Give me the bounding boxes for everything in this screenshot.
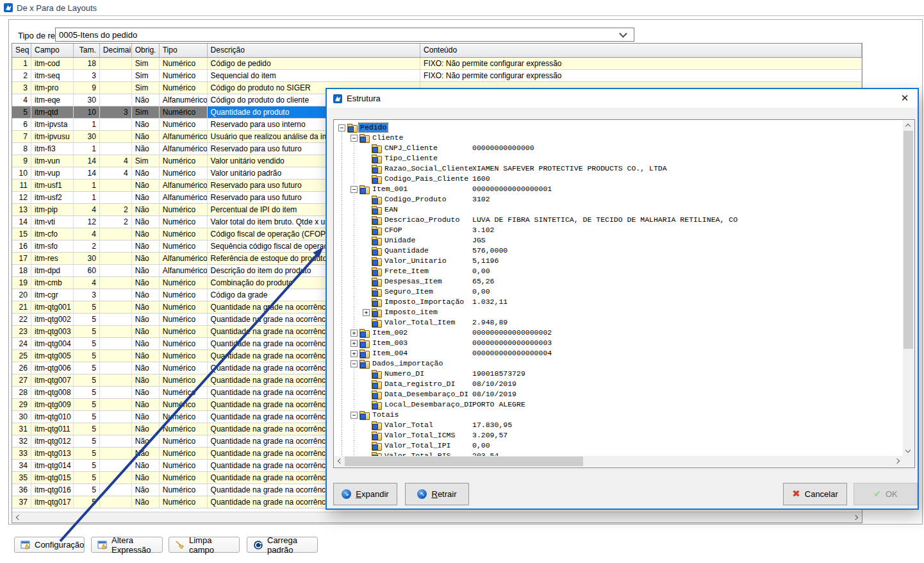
cell[interactable]: 27 <box>12 374 31 387</box>
cell[interactable]: Numérico <box>160 228 208 240</box>
tree-node-label[interactable]: Pedido <box>359 123 388 132</box>
limpa-campo-button[interactable]: Limpa campo <box>169 537 240 553</box>
cell[interactable]: 36 <box>12 484 31 496</box>
cell[interactable]: Numérico <box>160 119 208 131</box>
tree-node-label[interactable]: CFOP <box>383 226 404 235</box>
cell[interactable]: Sim <box>132 106 160 119</box>
cell[interactable]: Não <box>132 326 160 338</box>
tree-node-label[interactable]: Razao_Social_Cliente <box>383 164 474 173</box>
tree-node-label[interactable]: Frete_Item <box>383 267 430 276</box>
tree-node-numero_di[interactable]: Numero_DI190018573729 <box>334 369 903 379</box>
cell[interactable]: 37 <box>12 496 31 508</box>
cell[interactable]: itm-qtg011 <box>31 423 74 435</box>
cell[interactable]: 6 <box>12 119 31 131</box>
cell[interactable]: itm-pro <box>31 82 74 94</box>
cell[interactable] <box>100 338 132 350</box>
tree-node-data_desembaraço_di[interactable]: Data_Desembaraço_DI08/10/2019 <box>334 389 903 399</box>
cell[interactable]: Não <box>132 460 160 472</box>
cell[interactable]: itm-qtg012 <box>31 435 74 448</box>
cell[interactable]: 5 <box>74 326 100 338</box>
scroll-left-icon[interactable] <box>334 456 345 466</box>
cell[interactable]: 14 <box>74 155 100 167</box>
cell[interactable]: itm-qtg002 <box>31 314 74 326</box>
cell[interactable]: Numérico <box>160 472 208 484</box>
cell[interactable]: 2 <box>12 70 31 82</box>
cell[interactable]: 5 <box>74 496 100 508</box>
cell[interactable] <box>100 228 132 240</box>
cell[interactable]: Numérico <box>160 484 208 496</box>
tree-node-label[interactable]: Despesas_Item <box>383 277 443 286</box>
tree-node-label[interactable]: Codigo_Pais_Cliente <box>383 174 470 183</box>
cell[interactable]: Alfanumérico <box>160 265 208 277</box>
cell[interactable] <box>100 326 132 338</box>
cell[interactable]: 35 <box>12 472 31 484</box>
cell[interactable]: 5 <box>74 399 100 411</box>
cell[interactable]: itm-qtg013 <box>31 448 74 460</box>
cell[interactable]: Alfanumérico <box>160 143 208 155</box>
cell[interactable]: 24 <box>12 338 31 350</box>
cell[interactable]: Numérico <box>160 423 208 435</box>
tree-node-label[interactable]: Codigo_Produto <box>383 195 448 204</box>
cell[interactable]: itm-cod <box>31 58 74 70</box>
tree-node-label[interactable]: Cliente <box>371 133 404 142</box>
cell[interactable]: 1 <box>74 119 100 131</box>
cell[interactable]: 30 <box>74 253 100 265</box>
tree-node-label[interactable]: Unidade <box>383 236 417 245</box>
cell[interactable]: itm-qtg016 <box>31 484 74 496</box>
cell[interactable]: itm-qtg006 <box>31 362 74 374</box>
cell[interactable]: 5 <box>74 460 100 472</box>
cell[interactable]: itm-cfo <box>31 228 74 240</box>
cell[interactable]: Não <box>132 204 160 216</box>
expand-plus-icon[interactable] <box>351 330 358 337</box>
cell[interactable]: 5 <box>74 448 100 460</box>
tree-node-label[interactable]: Descricao_Produto <box>383 215 461 224</box>
altera-expressao-button[interactable]: Altera Expressão <box>91 537 163 553</box>
cell[interactable]: Numérico <box>160 448 208 460</box>
cell[interactable]: itm-usf2 <box>31 192 74 204</box>
cell[interactable]: Numérico <box>160 70 208 82</box>
cell[interactable]: 5 <box>74 350 100 362</box>
cell[interactable]: 3 <box>74 70 100 82</box>
cell[interactable]: itm-qtg001 <box>31 301 74 314</box>
cell[interactable]: itm-ipvsta <box>31 119 74 131</box>
cell[interactable] <box>100 374 132 387</box>
cell[interactable]: 33 <box>12 448 31 460</box>
cell[interactable] <box>100 472 132 484</box>
cell[interactable]: itm-vti <box>31 216 74 228</box>
cell[interactable]: 3 <box>12 82 31 94</box>
cell[interactable] <box>100 253 132 265</box>
cell[interactable]: Numérico <box>160 106 208 119</box>
tree-horizontal-scrollbar[interactable] <box>334 456 903 467</box>
tree-node-imposto_importação[interactable]: Imposto_Importação1.032,11 <box>334 297 903 307</box>
cell[interactable]: itm-sfo <box>31 240 74 253</box>
tree-node-label[interactable]: CNPJ_Cliente <box>383 144 439 153</box>
cell[interactable]: Numérico <box>160 374 208 387</box>
cell[interactable]: 5 <box>74 314 100 326</box>
cell[interactable]: Numérico <box>160 289 208 301</box>
cell[interactable]: 5 <box>74 472 100 484</box>
cell[interactable]: Alfanumérico <box>160 192 208 204</box>
table-row[interactable]: 1itm-cod18SimNuméricoCódigo de pedidoFIX… <box>12 58 862 70</box>
tree-node-label[interactable]: Data_Desembaraço_DI <box>383 390 470 399</box>
tree-node-label[interactable]: Totais <box>371 410 400 419</box>
tree-node-cnpj_cliente[interactable]: CNPJ_Cliente00000000000000 <box>334 143 903 153</box>
cell[interactable]: Sim <box>132 82 160 94</box>
cell[interactable]: 5 <box>12 106 31 119</box>
cell[interactable] <box>100 131 132 143</box>
cell[interactable]: Não <box>132 338 160 350</box>
tree-node-label[interactable]: Local_Desembaraço_DI <box>383 400 474 409</box>
cell[interactable] <box>100 58 132 70</box>
cell[interactable]: 1 <box>74 192 100 204</box>
tree-node-valor_total_ipi[interactable]: Valor_Total_IPI0,00 <box>334 441 903 451</box>
cell[interactable]: Não <box>132 240 160 253</box>
cell[interactable]: Sim <box>132 70 160 82</box>
cell[interactable] <box>100 411 132 423</box>
cell[interactable]: Alfanumérico <box>160 253 208 265</box>
tree-node-quantidade[interactable]: Quantidade576,0000 <box>334 246 903 256</box>
cell[interactable]: itm-qtg009 <box>31 399 74 411</box>
tree-node-razao_social_cliente[interactable]: Razao_Social_ClienteXIAMEN SAFEVER PROTE… <box>334 164 903 174</box>
cell[interactable]: Não <box>132 119 160 131</box>
cell[interactable]: Numérico <box>160 338 208 350</box>
cell[interactable]: 4 <box>100 155 132 167</box>
cell[interactable]: itm-vup <box>31 167 74 180</box>
